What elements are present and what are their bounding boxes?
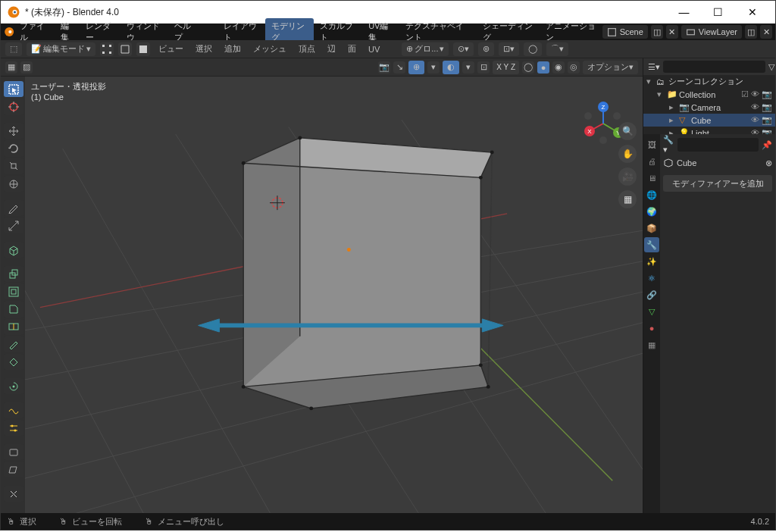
- filter-icon[interactable]: ▽: [768, 62, 774, 72]
- tool-annotate[interactable]: [4, 200, 23, 216]
- outliner-search[interactable]: [663, 61, 765, 73]
- prop-tab-output[interactable]: 🖨: [644, 154, 659, 169]
- outliner-type-icon[interactable]: ☰▾: [648, 62, 660, 72]
- viewlayer-copy-icon[interactable]: ◫: [745, 25, 757, 39]
- options-dropdown[interactable]: オプション ▾: [583, 61, 638, 74]
- prop-tab-particles[interactable]: ✨: [644, 254, 659, 269]
- prop-tab-modifier[interactable]: 🔧: [644, 237, 659, 252]
- outliner-light[interactable]: Light: [691, 129, 709, 135]
- viewport-header: ▦ ▨ 📷 ↘ ⊕ ▾ ◐ ▾ ⊡ X Y Z ◯ ● ◉ ◎ オプション ▾: [1, 58, 643, 77]
- svg-point-50: [487, 385, 490, 389]
- prop-tab-render[interactable]: 🖼: [644, 137, 659, 152]
- tool-loopcut[interactable]: [4, 319, 23, 335]
- gizmo-dropdown-icon[interactable]: ▾: [427, 61, 440, 74]
- proportional-falloff-icon[interactable]: ⌒▾: [546, 42, 568, 56]
- pivot-icon[interactable]: ⊙▾: [453, 42, 474, 56]
- scene-copy-icon[interactable]: ◫: [651, 25, 663, 39]
- menu-vertex[interactable]: 頂点: [295, 43, 319, 55]
- prop-tab-mesh[interactable]: ▽: [644, 304, 659, 319]
- tool-knife[interactable]: [4, 336, 23, 352]
- menu-face[interactable]: 面: [344, 43, 360, 55]
- tool-spin[interactable]: [4, 378, 23, 394]
- maximize-button[interactable]: ☐: [701, 1, 735, 23]
- props-pin-item[interactable]: ⊗: [765, 158, 772, 168]
- invert-icon[interactable]: ▨: [20, 61, 33, 74]
- tool-polybuild[interactable]: [4, 354, 23, 370]
- axis-restrict[interactable]: X Y Z: [493, 61, 519, 74]
- close-button[interactable]: ✕: [735, 1, 769, 23]
- prop-tab-physics[interactable]: ⚛: [644, 271, 659, 286]
- tool-rotate[interactable]: [4, 140, 23, 156]
- snap-icon[interactable]: ⊚: [478, 42, 494, 56]
- pan-icon[interactable]: ✋: [618, 145, 637, 163]
- prop-tab-scene[interactable]: 🌐: [644, 187, 659, 202]
- snap-type-icon[interactable]: ⊡▾: [499, 42, 519, 56]
- tool-bevel[interactable]: [4, 301, 23, 317]
- tool-smooth[interactable]: [4, 402, 23, 418]
- overlays-icon[interactable]: ◐: [443, 61, 459, 74]
- prop-tab-constraints[interactable]: 🔗: [644, 287, 659, 302]
- proportional-icon[interactable]: ◯: [524, 42, 542, 56]
- tool-extrude[interactable]: [4, 266, 23, 282]
- menu-view[interactable]: ビュー: [155, 43, 187, 55]
- tool-shrink[interactable]: [4, 444, 23, 460]
- perspective-icon[interactable]: ▦: [618, 190, 637, 208]
- shading-wire-icon[interactable]: ◯: [522, 61, 534, 74]
- add-modifier-button[interactable]: モディファイアーを追加: [663, 175, 772, 192]
- outliner-scene-collection[interactable]: シーンコレクション: [668, 76, 743, 87]
- orientation-selector[interactable]: ⊕ グロ... ▾: [402, 42, 449, 56]
- menu-select[interactable]: 選択: [192, 43, 216, 55]
- 3d-viewport[interactable]: ユーザー・透視投影 (1) Cube X Y Z: [25, 77, 643, 513]
- outliner-cube[interactable]: Cube: [691, 116, 711, 125]
- tool-edge-slide[interactable]: [4, 420, 23, 436]
- outliner-camera[interactable]: Camera: [691, 103, 721, 112]
- tool-transform[interactable]: [4, 176, 23, 192]
- prop-tab-texture[interactable]: ▦: [644, 337, 659, 352]
- prop-tab-material[interactable]: ●: [644, 321, 659, 336]
- tool-rip[interactable]: [4, 486, 23, 502]
- tool-move[interactable]: [4, 123, 23, 139]
- tool-shear[interactable]: [4, 462, 23, 477]
- select-mode-edge[interactable]: [118, 42, 132, 56]
- prop-tab-object[interactable]: 📦: [644, 221, 659, 236]
- version-label: 4.0.2: [751, 517, 769, 526]
- tool-select-box[interactable]: [4, 81, 23, 97]
- menu-mesh[interactable]: メッシュ: [249, 43, 290, 55]
- menu-uv[interactable]: UV: [365, 45, 383, 54]
- select-mode-verts[interactable]: [100, 42, 114, 56]
- props-tool-icon[interactable]: 🔧▾: [663, 135, 674, 155]
- editor-type-icon[interactable]: ⬚: [5, 42, 22, 56]
- viewlayer-selector[interactable]: ViewLayer: [681, 25, 742, 39]
- tool-measure[interactable]: [4, 217, 23, 233]
- tool-add-cube[interactable]: [4, 242, 23, 258]
- menu-add[interactable]: 追加: [221, 43, 245, 55]
- mode-selector[interactable]: 📝 編集モード ▾: [27, 42, 95, 56]
- tool-inset[interactable]: [4, 283, 23, 299]
- outliner-collection[interactable]: Collection: [679, 90, 715, 99]
- shading-rendered-icon[interactable]: ◎: [568, 61, 580, 74]
- camera-icon[interactable]: 🎥: [618, 167, 637, 186]
- camera-view-icon[interactable]: 📷: [378, 61, 390, 74]
- tool-cursor[interactable]: [4, 99, 23, 114]
- shading-solid-icon[interactable]: ●: [537, 61, 549, 74]
- overlays-dropdown-icon[interactable]: ▾: [462, 61, 474, 74]
- gizmo-visible-icon[interactable]: ⊕: [408, 61, 424, 74]
- menu-edge[interactable]: 辺: [324, 43, 340, 55]
- arrow-icon[interactable]: ↘: [393, 61, 405, 74]
- zoom-icon[interactable]: 🔍: [618, 122, 637, 140]
- select-mode-face[interactable]: [136, 42, 150, 56]
- viewlayer-close-icon[interactable]: ✕: [760, 25, 772, 39]
- prop-tab-viewlayer[interactable]: 🖥: [644, 171, 659, 186]
- tool-scale[interactable]: [4, 158, 23, 174]
- prop-tab-world[interactable]: 🌍: [644, 204, 659, 219]
- scene-close-icon[interactable]: ✕: [666, 25, 678, 39]
- xray-icon[interactable]: ⊡: [477, 61, 490, 74]
- minimize-button[interactable]: —: [667, 1, 701, 23]
- shading-matprev-icon[interactable]: ◉: [552, 61, 565, 74]
- svg-rect-19: [11, 289, 16, 294]
- scene-selector[interactable]: Scene: [602, 25, 648, 39]
- select-all-icon[interactable]: ▦: [5, 61, 17, 74]
- props-search[interactable]: [677, 138, 759, 152]
- svg-rect-9: [102, 52, 105, 54]
- props-pin-icon[interactable]: 📌: [762, 140, 772, 150]
